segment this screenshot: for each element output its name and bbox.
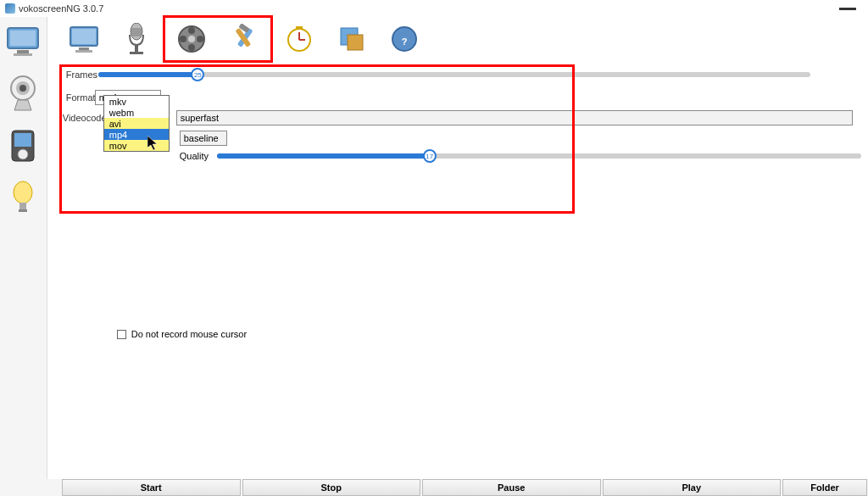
tab-misc[interactable]: [326, 18, 378, 60]
svg-rect-16: [75, 50, 92, 53]
svg-rect-18: [131, 28, 142, 36]
window-title: vokoscreenNG 3.0.7: [19, 3, 103, 14]
sidebar-monitor-icon[interactable]: [4, 22, 42, 59]
frames-label: Frames: [59, 70, 95, 80]
sidebar-webcam-icon[interactable]: [4, 75, 42, 112]
format-option-avi[interactable]: avi: [104, 118, 169, 129]
svg-rect-8: [14, 133, 31, 147]
format-option-mov[interactable]: mov: [104, 140, 169, 151]
bottombar: Start Stop Pause Play Folder: [0, 479, 868, 496]
profile-row: baseline: [180, 131, 868, 146]
svg-point-6: [19, 85, 26, 92]
tab-timer[interactable]: [273, 18, 326, 60]
tab-video-codec[interactable]: [165, 18, 218, 60]
frames-row: Frames 25: [59, 70, 868, 80]
quality-label: Quality: [180, 151, 209, 161]
stop-button[interactable]: Stop: [242, 479, 421, 496]
svg-rect-31: [296, 26, 303, 30]
frames-thumb[interactable]: 25: [191, 68, 204, 81]
checkbox-icon[interactable]: [117, 330, 126, 339]
preset-field[interactable]: superfast: [176, 110, 853, 125]
folder-button[interactable]: Folder: [782, 479, 867, 496]
tab-tools[interactable]: [218, 18, 270, 60]
sidebar-player-icon[interactable]: [4, 127, 42, 164]
svg-rect-15: [79, 47, 89, 50]
cursor-checkbox-row[interactable]: Do not record mouse cursor: [117, 329, 247, 339]
cursor-checkbox-label: Do not record mouse cursor: [131, 329, 247, 339]
quality-row: Quality 17: [180, 151, 868, 161]
svg-point-23: [188, 27, 195, 34]
svg-rect-1: [10, 31, 36, 46]
svg-point-25: [188, 44, 195, 51]
svg-rect-3: [14, 53, 32, 56]
svg-point-9: [18, 149, 28, 159]
format-option-mkv[interactable]: mkv: [104, 96, 169, 107]
app-logo-icon: [5, 3, 15, 14]
titlebar: vokoscreenNG 3.0.7: [0, 0, 868, 17]
sidebar-lightbulb-icon[interactable]: [4, 180, 42, 217]
preset-value: superfast: [181, 113, 219, 123]
svg-point-22: [188, 36, 195, 42]
quality-slider[interactable]: 17: [217, 153, 861, 159]
format-row: Format mp4: [59, 90, 868, 105]
format-option-mp4[interactable]: mp4: [104, 129, 169, 140]
profile-value: baseline: [184, 133, 219, 143]
frames-slider[interactable]: 25: [98, 72, 810, 77]
minimize-icon[interactable]: [839, 8, 856, 10]
svg-rect-14: [72, 29, 96, 44]
svg-point-24: [197, 36, 203, 42]
format-option-webm[interactable]: webm: [104, 107, 169, 118]
svg-text:?: ?: [401, 36, 407, 47]
svg-rect-19: [135, 45, 138, 52]
videocodec-row: Videocodec superfast: [59, 110, 868, 125]
highlighted-tabs: [163, 15, 273, 63]
play-button[interactable]: Play: [603, 479, 782, 496]
svg-rect-12: [19, 209, 27, 212]
svg-rect-35: [348, 35, 363, 50]
svg-rect-2: [17, 50, 29, 53]
tab-audio[interactable]: [110, 18, 163, 60]
sidebar: [0, 17, 47, 479]
svg-rect-11: [19, 203, 26, 209]
svg-point-10: [14, 181, 32, 203]
svg-rect-20: [130, 52, 143, 54]
toolbar: ?: [47, 17, 868, 61]
tab-help[interactable]: ?: [378, 18, 431, 60]
start-button[interactable]: Start: [62, 479, 241, 496]
tab-screen[interactable]: [58, 18, 110, 60]
videocodec-label: Videocodec: [56, 113, 100, 123]
profile-combo[interactable]: baseline: [180, 131, 227, 146]
format-label: Format: [59, 92, 95, 103]
pause-button[interactable]: Pause: [422, 479, 601, 496]
quality-thumb[interactable]: 17: [423, 149, 437, 163]
content-area: ? Frames 25 Format mp4 mkv: [47, 17, 868, 479]
svg-point-26: [180, 36, 186, 42]
format-dropdown[interactable]: mkv webm avi mp4 mov: [103, 95, 170, 152]
